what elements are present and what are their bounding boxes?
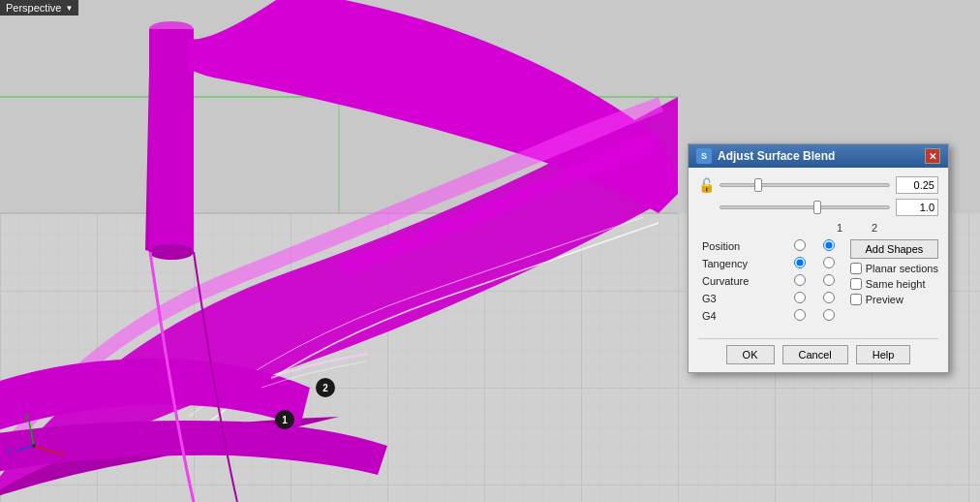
slider-2-track[interactable] bbox=[720, 205, 890, 209]
dialog-title: Adjust Surface Blend bbox=[718, 149, 835, 163]
lock-icon: 🔓 bbox=[698, 175, 714, 195]
same-height-row: Same height bbox=[850, 278, 938, 290]
curvature-radio-2-cell bbox=[814, 272, 844, 290]
g4-label: G4 bbox=[698, 307, 784, 325]
dialog-titlebar: S Adjust Surface Blend ✕ bbox=[689, 144, 948, 168]
svg-text:z: z bbox=[7, 445, 12, 455]
tangency-row: Tangency bbox=[698, 255, 844, 272]
tangency-radio-2-cell bbox=[814, 255, 844, 272]
dialog-icon: S bbox=[696, 148, 712, 164]
slider-row-2 bbox=[720, 199, 938, 216]
add-shapes-button[interactable]: Add Shapes bbox=[850, 239, 938, 259]
g3-row: G3 bbox=[698, 290, 844, 307]
slider-1-value[interactable] bbox=[896, 176, 938, 194]
svg-point-16 bbox=[32, 444, 36, 448]
same-height-label: Same height bbox=[866, 278, 926, 290]
slider-2-value[interactable] bbox=[896, 199, 938, 216]
g4-radio-2-cell bbox=[814, 307, 844, 325]
g4-row: G4 bbox=[698, 307, 844, 325]
same-height-checkbox[interactable] bbox=[850, 278, 862, 290]
position-radio-1-cell bbox=[784, 237, 814, 255]
svg-text:y: y bbox=[24, 411, 29, 422]
radio-section: Position Tangency bbox=[698, 237, 844, 330]
close-icon: ✕ bbox=[929, 151, 936, 162]
marker-1-label: 1 bbox=[282, 415, 288, 425]
planar-sections-label: Planar sections bbox=[866, 263, 938, 274]
g4-radio-2[interactable] bbox=[823, 309, 835, 321]
slider-2-handle[interactable] bbox=[813, 201, 821, 214]
curvature-label: Curvature bbox=[698, 272, 784, 290]
tangency-radio-1[interactable] bbox=[794, 257, 806, 268]
curvature-row: Curvature bbox=[698, 272, 844, 290]
g3-radio-2-cell bbox=[814, 290, 844, 307]
g4-radio-1[interactable] bbox=[794, 309, 806, 321]
dialog-close-button[interactable]: ✕ bbox=[925, 148, 940, 164]
svg-point-9 bbox=[149, 244, 194, 260]
svg-text:x: x bbox=[60, 448, 65, 458]
marker-2: 2 bbox=[316, 378, 335, 397]
perspective-text: Perspective bbox=[6, 2, 61, 14]
col-1-label: 1 bbox=[837, 222, 842, 234]
model-3d: x y z bbox=[0, 0, 678, 502]
slider-1-track[interactable] bbox=[720, 183, 890, 187]
preview-row: Preview bbox=[850, 294, 938, 305]
position-label: Position bbox=[698, 237, 784, 255]
dialog-title-area: S Adjust Surface Blend bbox=[696, 148, 835, 164]
dialog-main-area: Position Tangency bbox=[698, 237, 938, 330]
dialog-button-row: OK Cancel Help bbox=[698, 338, 938, 364]
curvature-radio-1[interactable] bbox=[794, 274, 806, 286]
position-radio-1[interactable] bbox=[794, 239, 806, 251]
curvature-radio-1-cell bbox=[784, 272, 814, 290]
position-radio-2-cell bbox=[814, 237, 844, 255]
dialog-content: 🔓 1 2 bbox=[689, 168, 948, 372]
g3-radio-1-cell bbox=[784, 290, 814, 307]
help-button[interactable]: Help bbox=[856, 345, 911, 364]
g3-radio-2[interactable] bbox=[823, 292, 835, 303]
svg-rect-8 bbox=[149, 29, 194, 252]
viewport: x y z Perspective ▼ 1 2 S Adjust Surface… bbox=[0, 0, 980, 502]
right-controls-area: Add Shapes Planar sections Same height P… bbox=[850, 237, 938, 330]
slider-1-handle[interactable] bbox=[754, 178, 762, 192]
slider-row-1: 🔓 bbox=[698, 175, 938, 195]
planar-sections-checkbox[interactable] bbox=[850, 263, 862, 274]
marker-2-label: 2 bbox=[322, 383, 328, 393]
position-row: Position bbox=[698, 237, 844, 255]
dropdown-arrow-icon: ▼ bbox=[65, 4, 73, 13]
perspective-label[interactable]: Perspective ▼ bbox=[0, 0, 78, 16]
continuity-radio-table: Position Tangency bbox=[698, 237, 844, 325]
tangency-radio-1-cell bbox=[784, 255, 814, 272]
col-2-label: 2 bbox=[872, 222, 877, 234]
g4-radio-1-cell bbox=[784, 307, 814, 325]
preview-checkbox[interactable] bbox=[850, 294, 862, 305]
g3-label: G3 bbox=[698, 290, 784, 307]
column-labels: 1 2 bbox=[776, 222, 938, 234]
curvature-radio-2[interactable] bbox=[823, 274, 835, 286]
tangency-radio-2[interactable] bbox=[823, 257, 835, 268]
g3-radio-1[interactable] bbox=[794, 292, 806, 303]
position-radio-2[interactable] bbox=[823, 239, 835, 251]
ok-button[interactable]: OK bbox=[726, 345, 775, 364]
planar-sections-row: Planar sections bbox=[850, 263, 938, 274]
tangency-label: Tangency bbox=[698, 255, 784, 272]
preview-label: Preview bbox=[866, 294, 903, 305]
marker-1: 1 bbox=[275, 410, 294, 429]
adjust-surface-blend-dialog: S Adjust Surface Blend ✕ 🔓 bbox=[688, 143, 949, 373]
cancel-button[interactable]: Cancel bbox=[782, 345, 848, 364]
